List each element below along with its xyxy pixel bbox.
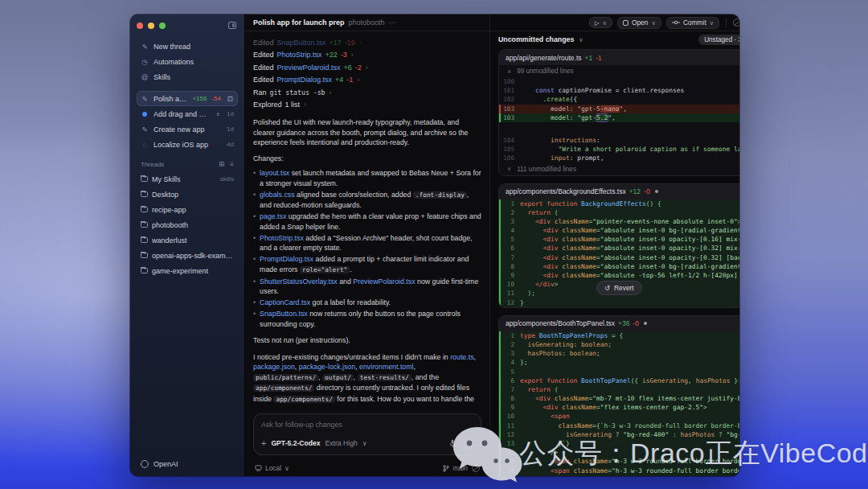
mic-icon[interactable] [448, 439, 457, 448]
line-code: <div className="mb-7 mt-10 flex items-ce… [520, 394, 739, 403]
sidebar-item-automations[interactable]: ◷Automations [137, 54, 238, 69]
diff-line: 100 [499, 77, 739, 86]
bullet-text: globals.css aligned base colors/selectio… [260, 190, 481, 211]
code-token: function [547, 377, 577, 384]
activity-row[interactable]: Explored1 list› [253, 99, 481, 112]
unstaged-tab[interactable]: Unstaged · 33 [698, 35, 739, 45]
thread-folder-wanderlust[interactable]: wanderlust [137, 232, 238, 248]
send-button[interactable]: ↑ [462, 438, 473, 449]
activity-row[interactable]: EditedSnapButton.tsx+17-19› [253, 36, 481, 49]
thread-menu-icon[interactable]: ⋯ [389, 18, 397, 27]
commit-button[interactable]: Commit ∨ [666, 17, 719, 29]
model-selector[interactable]: GPT-5.2-Codex [271, 439, 320, 447]
open-button[interactable]: Open ∨ [617, 17, 661, 29]
app-window: ✎New thread◷Automations@Skills ✎Polish a… [130, 14, 739, 476]
recent-thread-item[interactable]: ◌Localize iOS app4d [137, 137, 238, 152]
diff-scroll[interactable]: app/api/generate/route.ts+1-1∨∧99 unmodi… [490, 47, 739, 476]
code-token: <div [535, 218, 551, 225]
clock-icon: ◷ [141, 58, 149, 66]
new-folder-icon[interactable]: ⊞ [219, 160, 224, 168]
code-token: className [559, 422, 593, 429]
bullet-marker: • [253, 233, 256, 253]
project-label[interactable]: photobooth [349, 18, 385, 27]
filter-icon[interactable]: ≡ [230, 160, 234, 168]
file-link[interactable]: page.tsx [260, 212, 286, 220]
diff-title[interactable]: Uncommitted changes [498, 35, 574, 43]
diff-gap [499, 122, 739, 136]
recent-thread-item[interactable]: Add drag and drop to gallery phot…±1d [137, 106, 238, 121]
file-link[interactable]: environment.toml [359, 363, 413, 371]
activity-row[interactable]: EditedPromptDialog.tsx+4-1› [253, 74, 481, 87]
diff-line: 12 isGenerating ? "bg-red-400" : hasPhot… [499, 430, 739, 439]
line-code: model: "gpt-5.2", [520, 113, 739, 122]
code-token: type [520, 332, 535, 339]
code-token: className [562, 404, 596, 411]
effort-label[interactable]: Extra High [326, 439, 358, 447]
line-number: 16 [499, 466, 520, 475]
file-link[interactable]: ShutterStatusOverlay.tsx [260, 277, 338, 286]
diff-line: 103 model: "gpt-5-nano", [499, 105, 739, 113]
activity-row[interactable]: Rangit status -sb› [253, 86, 481, 99]
line-number: 13 [499, 439, 520, 448]
file-link[interactable]: package-lock.json [299, 363, 355, 371]
collapsed-lines-row[interactable]: ∧99 unmodified lines [499, 65, 739, 77]
line-code: .create({ [520, 95, 739, 104]
line-number: 106 [499, 154, 520, 162]
recent-thread-item[interactable]: ✎Polish app for launch prep+156-54⊡ [137, 91, 238, 106]
code-token: isGenerating [528, 341, 574, 348]
archive-icon[interactable]: ⊡ [226, 95, 234, 103]
activity-row[interactable]: EditedPreviewPolaroid.tsx+6-2› [253, 61, 481, 74]
diff-line: 103 model: "gpt-5.2", [499, 113, 739, 122]
change-bullet: •PromptDialog.tsx added a prompt tip + c… [253, 254, 481, 275]
thread-folders: My SkillsskillsDesktoprecipe-appphotoboo… [137, 171, 238, 278]
file-link[interactable]: SnapButton.tsx [260, 310, 308, 318]
revert-button[interactable]: ↺ Revert [596, 281, 642, 295]
thread-folder-game-experiment[interactable]: game-experiment [137, 263, 238, 278]
thread-folder-recipe-app[interactable]: recipe-app [137, 202, 238, 217]
minimize-window-button[interactable] [148, 23, 154, 29]
zoom-window-button[interactable] [159, 23, 166, 29]
diff-line: 12} [499, 298, 739, 307]
thread-folder-desktop[interactable]: Desktop [137, 187, 238, 202]
diff-line: 10 <span [499, 412, 739, 421]
file-link[interactable]: PreviewPolaroid.tsx [353, 277, 415, 286]
thread-folder-openai-apps-sdk-examples[interactable]: openai-apps-sdk-examples [137, 248, 238, 263]
conversation-scroll[interactable]: EditedSnapButton.tsx+17-19›EditedPhotoSt… [245, 31, 489, 405]
composer[interactable]: Ask for follow-up changes + GPT-5.2-Code… [253, 413, 481, 455]
sidebar-item-skills[interactable]: @Skills [137, 69, 238, 84]
branch-label[interactable]: main [453, 464, 468, 472]
collapsed-lines-row[interactable]: ∨111 unmodified lines [499, 163, 739, 175]
web-access-icon[interactable] [733, 18, 739, 27]
code-token: BoothTopPanelProps [539, 332, 608, 339]
code-token: BoothTopPanel [581, 377, 631, 384]
file-link[interactable]: route.ts [450, 353, 473, 361]
bullet-text: ShutterStatusOverlay.tsx and PreviewPola… [260, 277, 481, 297]
close-window-button[interactable] [137, 23, 143, 29]
file-link[interactable]: globals.css [260, 191, 295, 199]
diff-file-header[interactable]: app/components/BoothTopPanel.tsx+36-0∨ [499, 316, 739, 331]
attach-button[interactable]: + [261, 438, 266, 448]
word-diff-highlight: 5.2 [596, 114, 608, 121]
env-label[interactable]: Local [265, 464, 281, 472]
file-link[interactable]: PhotoStrip.tsx [260, 234, 304, 242]
inline-code: public/patterns/ [253, 374, 318, 381]
file-link[interactable]: PromptDialog.tsx [260, 255, 313, 263]
thread-folder-photobooth[interactable]: photobooth [137, 217, 238, 232]
diff-file-path: app/components/BackgroundEffects.tsx [506, 187, 626, 195]
composer-input[interactable]: Ask for follow-up changes [261, 421, 473, 429]
diff-file-header[interactable]: app/components/BackgroundEffects.tsx+12-… [499, 184, 739, 199]
file-link[interactable]: package.json [253, 363, 295, 371]
code-token: function [547, 200, 577, 208]
file-link[interactable]: layout.tsx [260, 169, 289, 177]
sidebar-footer[interactable]: OpenAI [137, 457, 238, 471]
recent-thread-item[interactable]: ✎Create new app1d [137, 121, 238, 137]
activity-row[interactable]: EditedPhotoStrip.tsx+22-3› [253, 49, 481, 62]
diff-line: 9 <div className="absolute -top-56 left-… [499, 271, 739, 280]
diff-file-header[interactable]: app/api/generate/route.ts+1-1∨ [499, 50, 739, 65]
run-button[interactable]: ▷ ∨ [589, 17, 612, 28]
sidebar-toggle-icon[interactable] [228, 22, 236, 29]
code-token: "mb-7 mt-10 flex items-center justify-be… [592, 395, 739, 402]
thread-folder-my-skills[interactable]: My Skillsskills [137, 171, 238, 187]
sidebar-item-new-thread[interactable]: ✎New thread [137, 39, 238, 54]
file-link[interactable]: CaptionCard.tsx [260, 298, 310, 306]
